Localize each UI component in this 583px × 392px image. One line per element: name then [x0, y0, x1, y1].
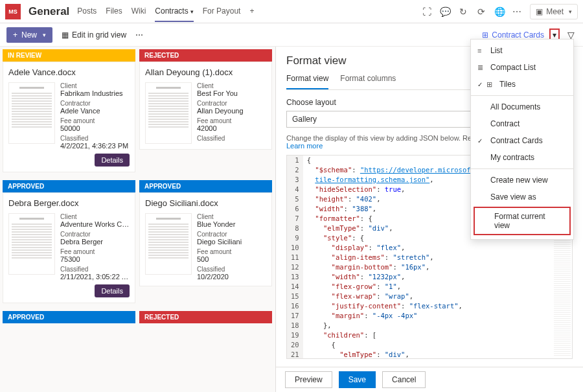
- menu-format-current-view[interactable]: Format current view: [474, 207, 571, 235]
- menu-compact-list[interactable]: ≣Compact List: [471, 59, 573, 76]
- tiles-icon: ⊞: [482, 30, 488, 40]
- card-title: Diego Siciliani.docx: [145, 198, 266, 208]
- top-bar: MS General Posts Files Wiki Contracts▾ F…: [0, 0, 583, 23]
- board-view: IN REVIEWAdele Vance.docx ClientFabrikam…: [0, 47, 275, 392]
- tab-posts[interactable]: Posts: [77, 1, 97, 22]
- view-context-menu: ≡List ≣Compact List ⊞Tiles All Documents…: [470, 39, 574, 240]
- panel-tab-format-columns[interactable]: Format columns: [340, 74, 396, 89]
- topbar-actions: ⛶ 💬 ↻ ⟳ 🌐 ⋯ ▣Meet▾: [421, 4, 578, 19]
- contract-card[interactable]: Debra Berger.docx ClientAdventure Works …: [3, 192, 135, 303]
- cancel-button[interactable]: Cancel: [382, 371, 426, 388]
- details-button[interactable]: Details: [95, 284, 130, 297]
- menu-separator: [471, 95, 573, 96]
- channel-tabs: Posts Files Wiki Contracts▾ For Payout +: [77, 1, 254, 22]
- globe-icon[interactable]: 🌐: [494, 6, 505, 17]
- doc-thumbnail: [145, 82, 192, 144]
- video-icon: ▣: [536, 7, 543, 16]
- list-icon: ≡: [477, 47, 481, 54]
- meet-button[interactable]: ▣Meet▾: [530, 4, 578, 19]
- card-title: Debra Berger.docx: [8, 198, 130, 208]
- column-header: IN REVIEW: [3, 49, 135, 62]
- sync-icon[interactable]: ⟳: [475, 6, 487, 17]
- add-tab-button[interactable]: +: [249, 1, 254, 22]
- expand-icon[interactable]: ⛶: [421, 6, 433, 17]
- card-meta: ClientFabrikam Industries ContractorAdel…: [60, 82, 130, 150]
- panel-footer: Preview Save Cancel: [276, 367, 583, 392]
- grid-icon: ▦: [62, 30, 69, 40]
- compact-list-icon: ≣: [477, 63, 483, 72]
- contract-card[interactable]: Allan Deyoung (1).docx ClientBest For Yo…: [139, 62, 272, 150]
- save-button[interactable]: Save: [339, 371, 376, 388]
- channel-name: General: [29, 5, 69, 18]
- tab-contracts[interactable]: Contracts▾: [155, 1, 193, 22]
- board-column: REJECTED: [139, 311, 272, 323]
- board-column: IN REVIEWAdele Vance.docx ClientFabrikam…: [3, 49, 135, 176]
- column-header: APPROVED: [139, 180, 272, 192]
- menu-create-view[interactable]: Create new view: [471, 172, 573, 189]
- preview-button[interactable]: Preview: [285, 371, 332, 388]
- menu-save-view-as[interactable]: Save view as: [471, 189, 573, 205]
- menu-contract-cards[interactable]: Contract Cards: [471, 132, 573, 149]
- chevron-down-icon: ▾: [190, 8, 194, 15]
- contract-card[interactable]: Adele Vance.docx ClientFabrikam Industri…: [3, 62, 135, 172]
- tiles-icon: ⊞: [486, 80, 492, 89]
- refresh-icon[interactable]: ↻: [457, 6, 469, 17]
- board-column: APPROVED: [3, 311, 135, 323]
- card-meta: ClientAdventure Works Cycles ContractorD…: [60, 213, 130, 281]
- tab-wiki[interactable]: Wiki: [131, 1, 146, 22]
- card-meta: ClientBlue Yonder ContractorDiego Sicili…: [197, 213, 266, 281]
- column-header: APPROVED: [3, 180, 135, 192]
- menu-separator: [471, 168, 573, 169]
- doc-thumbnail: [8, 82, 55, 144]
- column-header: APPROVED: [3, 311, 135, 323]
- view-selector[interactable]: ⊞Contract Cards: [482, 30, 544, 40]
- board-column: APPROVEDDiego Siciliani.docx ClientBlue …: [139, 180, 272, 307]
- contract-card[interactable]: Diego Siciliani.docx ClientBlue Yonder C…: [139, 192, 272, 286]
- menu-list[interactable]: ≡List: [471, 42, 573, 59]
- card-meta: ClientBest For You ContractorAllan Deyou…: [197, 82, 266, 144]
- menu-contract[interactable]: Contract: [471, 115, 573, 132]
- chat-icon[interactable]: 💬: [439, 6, 451, 17]
- panel-tab-format-view[interactable]: Format view: [286, 74, 328, 89]
- column-header: REJECTED: [139, 311, 272, 323]
- edit-in-grid-button[interactable]: ▦Edit in grid view: [62, 30, 126, 40]
- board-column: APPROVEDDebra Berger.docx ClientAdventur…: [3, 180, 135, 307]
- doc-thumbnail: [8, 213, 55, 275]
- board-column: REJECTEDAllan Deyoung (1).docx ClientBes…: [139, 49, 272, 176]
- more-icon[interactable]: ⋯: [512, 6, 523, 17]
- cmdbar-more-icon[interactable]: ⋯: [135, 30, 144, 40]
- new-button[interactable]: + New ▾: [6, 27, 52, 43]
- line-gutter: 1234567891011121314151617181920212223242…: [287, 156, 303, 358]
- app-icon: MS: [5, 4, 21, 19]
- menu-my-contracts[interactable]: My contracts: [471, 149, 573, 166]
- details-button[interactable]: Details: [95, 154, 130, 167]
- doc-thumbnail: [145, 213, 192, 275]
- menu-all-documents[interactable]: All Documents: [471, 98, 573, 115]
- card-title: Adele Vance.docx: [8, 67, 130, 77]
- tab-for-payout[interactable]: For Payout: [203, 1, 241, 22]
- tab-files[interactable]: Files: [106, 1, 122, 22]
- card-title: Allan Deyoung (1).docx: [145, 67, 266, 77]
- menu-tiles[interactable]: ⊞Tiles: [471, 76, 573, 93]
- learn-more-link[interactable]: Learn more: [286, 142, 323, 150]
- column-header: REJECTED: [139, 49, 272, 62]
